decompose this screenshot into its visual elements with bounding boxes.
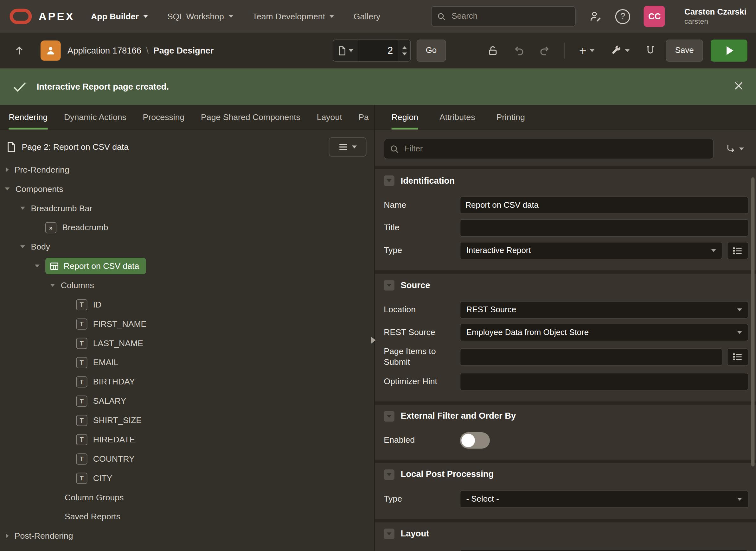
tree-item-report-selected[interactable]: Report on CSV data (0, 256, 374, 276)
application-label[interactable]: Application 178166 (67, 46, 141, 56)
tree-menu-button[interactable] (329, 137, 367, 157)
tree-item-column[interactable]: T LAST_NAME (0, 334, 374, 353)
field-location: Location REST Source (384, 301, 748, 319)
tree-item-column[interactable]: T EMAIL (0, 353, 374, 372)
tab-region[interactable]: Region (392, 105, 418, 130)
tree-item-pre-rendering[interactable]: Pre-Rendering (0, 160, 374, 179)
section-header[interactable]: Source (384, 274, 748, 296)
section-title: Layout (401, 529, 429, 539)
search-input[interactable] (450, 11, 570, 22)
redo-icon[interactable] (534, 40, 555, 61)
tab-rendering[interactable]: Rendering (9, 105, 47, 130)
scroll-top-icon[interactable] (9, 40, 30, 61)
page-number[interactable]: 2 (358, 40, 398, 61)
name-input[interactable] (460, 197, 748, 214)
filter-input[interactable] (404, 143, 707, 154)
type-list-button[interactable] (727, 242, 748, 259)
tree-item-columns[interactable]: Columns (0, 276, 374, 295)
tab-page-truncated[interactable]: Pa (358, 105, 369, 130)
lock-icon[interactable] (482, 40, 503, 61)
page-items-input[interactable] (460, 348, 722, 366)
go-to-group-button[interactable] (720, 139, 749, 159)
menu-app-builder[interactable]: App Builder (91, 11, 148, 22)
optimizer-hint-input[interactable] (460, 373, 748, 390)
selected-region-pill[interactable]: Report on CSV data (45, 258, 146, 274)
section-header[interactable]: Layout (384, 523, 748, 544)
page-selector[interactable]: 2 (333, 40, 411, 62)
scrollbar-thumb[interactable] (751, 177, 755, 467)
tree-item-column[interactable]: T FIRST_NAME (0, 314, 374, 334)
tab-attributes[interactable]: Attributes (439, 105, 475, 130)
type-select[interactable]: Interactive Report (460, 242, 722, 259)
page-items-list-button[interactable] (727, 348, 748, 366)
help-icon[interactable]: ? (615, 9, 630, 24)
tree-item-column[interactable]: T ID (0, 295, 374, 314)
section-header[interactable]: External Filter and Order By (384, 406, 748, 427)
section-header[interactable]: Identification (384, 170, 748, 191)
menu-gallery[interactable]: Gallery (354, 11, 380, 22)
chevron-down-icon[interactable] (20, 207, 25, 210)
chevron-down-icon[interactable] (50, 284, 55, 287)
collapse-icon[interactable] (384, 280, 394, 291)
shared-components-icon[interactable] (640, 40, 661, 61)
tab-dynamic-actions[interactable]: Dynamic Actions (64, 105, 126, 130)
avatar[interactable]: CC (644, 6, 665, 27)
tab-layout[interactable]: Layout (317, 105, 342, 130)
close-icon[interactable] (734, 81, 743, 93)
menu-team-development[interactable]: Team Development (253, 11, 334, 22)
utilities-menu[interactable] (605, 40, 635, 61)
location-select[interactable]: REST Source (460, 301, 748, 319)
column-type-icon: T (76, 473, 87, 484)
tree-item-components[interactable]: Components (0, 179, 374, 198)
tab-processing[interactable]: Processing (143, 105, 185, 130)
tree-item-column[interactable]: T SALARY (0, 391, 374, 411)
collapse-icon[interactable] (384, 411, 394, 422)
step-up-icon[interactable] (402, 46, 406, 49)
collapse-icon[interactable] (384, 529, 394, 539)
property-filter[interactable] (384, 139, 714, 159)
page-finder-button[interactable] (333, 40, 358, 61)
undo-icon[interactable] (508, 40, 529, 61)
application-icon[interactable] (41, 41, 61, 61)
menu-sql-workshop[interactable]: SQL Workshop (167, 11, 233, 22)
chevron-right-icon[interactable] (6, 534, 9, 538)
create-menu[interactable]: + (574, 40, 601, 61)
tree-item-column[interactable]: T COUNTRY (0, 449, 374, 468)
section-header[interactable]: Local Post Processing (384, 464, 748, 485)
enabled-toggle[interactable] (460, 432, 490, 449)
tree-item-column[interactable]: T SHIRT_SIZE (0, 410, 374, 430)
right-panel-scrollbar[interactable] (751, 177, 755, 548)
tree-item-breadcrumb[interactable]: » Breadcrumb (0, 218, 374, 237)
global-search[interactable] (431, 6, 576, 27)
chevron-down-icon[interactable] (35, 264, 40, 267)
collapse-icon[interactable] (384, 469, 394, 480)
tree-item-column[interactable]: T HIREDATE (0, 430, 374, 449)
menu-label: Team Development (253, 11, 325, 22)
chevron-down-icon[interactable] (5, 187, 9, 190)
tab-printing[interactable]: Printing (496, 105, 525, 130)
chevron-down-icon[interactable] (20, 245, 25, 248)
title-input[interactable] (460, 219, 748, 236)
search-icon (390, 144, 399, 153)
tree-item-column[interactable]: T CITY (0, 468, 374, 488)
sequence-input[interactable] (460, 550, 748, 551)
tab-page-shared-components[interactable]: Page Shared Components (201, 105, 300, 130)
chevron-right-icon[interactable] (6, 167, 9, 172)
admin-user-icon[interactable] (589, 10, 602, 23)
run-page-button[interactable] (711, 40, 747, 62)
tree-item-post-rendering[interactable]: Post-Rendering (0, 526, 374, 546)
tree-item-body[interactable]: Body (0, 237, 374, 256)
page-number-stepper[interactable] (398, 40, 410, 61)
step-down-icon[interactable] (402, 52, 406, 55)
save-button[interactable]: Save (666, 40, 703, 62)
collapse-icon[interactable] (384, 175, 394, 186)
tree-item-column-groups[interactable]: Column Groups (0, 488, 374, 507)
tree-item-breadcrumb-bar[interactable]: Breadcrumb Bar (0, 198, 374, 218)
go-button[interactable]: Go (417, 40, 446, 62)
rest-source-select[interactable]: Employee Data from Object Store (460, 324, 748, 341)
local-post-type-select[interactable]: - Select - (460, 491, 748, 508)
tree-label: Post-Rendering (15, 531, 73, 541)
panel-splitter-handle[interactable] (371, 337, 376, 344)
tree-item-column[interactable]: T BIRTHDAY (0, 372, 374, 391)
tree-item-saved-reports[interactable]: Saved Reports (0, 507, 374, 526)
